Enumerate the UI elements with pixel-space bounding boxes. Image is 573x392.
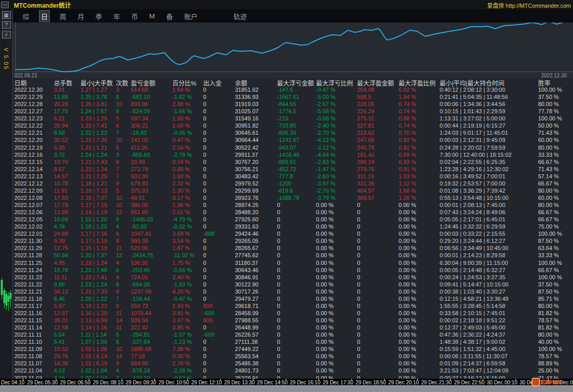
cell-balance: 29479.27 [235, 295, 259, 302]
table-row[interactable]: 2022.12.218.581.22 | 1.237-18.83-0.06 %0… [13, 129, 573, 136]
table-row[interactable]: 2022.11.115.641.11 | 1.145-284.81-1.07 %… [13, 331, 573, 338]
cell-max-float-loss-pct: 0.00 % [316, 295, 333, 302]
cell-max-float-loss-pct: 0.00 % [316, 360, 333, 367]
table-row[interactable]: 2022.12.0717.781.17 | 7.1510386.051.36 %… [13, 201, 573, 209]
table-row[interactable]: 2022.12.1210.781.18 | 1.219679.832.32 %0… [13, 180, 573, 187]
table-row[interactable]: 2022.12.196.051.21 | 1.215611.052.04 %03… [13, 144, 573, 151]
cell-max-float-loss: 0 [277, 353, 280, 360]
cell-count: 7 [116, 173, 119, 180]
cell-in-out: 0 [203, 100, 206, 108]
table-row[interactable]: 2022.11.2850.941.20 | 7.3712-3434.75-11.… [13, 252, 573, 259]
table-row[interactable]: 2022.11.037.191.02 | 1.047-132.10-0.52 %… [13, 375, 573, 379]
cell-balance: 28265.67 [235, 244, 259, 252]
cell-hold-times: 0:24:28 | 2:20:02 | 7:59:59 [440, 144, 505, 151]
check-icon[interactable]: √ [2, 31, 11, 38]
menu-item-4[interactable]: 月 [76, 11, 86, 22]
cell-win-rate: 100.00 % [538, 274, 562, 281]
bottom-scrollbar[interactable] [0, 385, 573, 392]
table-row[interactable]: 2022.12.0911.911.18 | 7.135375.931.30 %0… [13, 187, 573, 194]
menu-item-1[interactable]: 综 [21, 11, 31, 22]
menu-item-8[interactable]: M [148, 12, 156, 20]
minimize-icon[interactable]: — [1, 2, 9, 8]
table-row[interactable]: 2022.12.2030.521.21 | 7.3510142.020.47 %… [13, 136, 573, 143]
table-row[interactable]: 2022.11.044.131.02 | 1.044-578.18-2.28 %… [13, 367, 573, 374]
cell-max-float-loss-pct: -0.47 % [316, 86, 335, 93]
menu-item-11[interactable]: 轨迹 [232, 11, 248, 22]
table-row[interactable]: 2022.11.2419.781.23 | 7.486-203.45-0.66 … [13, 266, 573, 274]
table-row[interactable]: 2022.12.236.211.23 | 1.255597.341.93 %03… [13, 115, 573, 122]
table-row[interactable]: 2022.12.1314.571.21 | 7.297503.901.68 %0… [13, 173, 573, 180]
cell-count: 10 [116, 201, 122, 209]
cell-max-float-loss: -1774.5 [277, 108, 296, 115]
cell-balance: 29331.63 [235, 223, 259, 230]
cell-pnl: 386.05 [131, 201, 148, 209]
equity-chart[interactable]: 022.09.22 2022.12.30 [13, 23, 573, 78]
cell-max-float-profit-pct: 0.00 % [399, 274, 416, 281]
cell-balance: 29979.52 [235, 180, 259, 187]
menu-item-9[interactable]: 备 [165, 11, 174, 22]
table-row[interactable]: 2022.11.105.411.07 | 1.095-337.84-1.23 %… [13, 338, 573, 345]
cell-pct: -2.28 % [172, 367, 192, 374]
table-row[interactable]: 2022.11.0714.381.02 | 6.199684.652.76 %0… [13, 360, 573, 367]
cell-date: 2022.12.14 [14, 166, 43, 173]
cell-max-float-profit-pct: 0.00 % [399, 367, 416, 374]
grid-icon[interactable]: ▦ [2, 11, 11, 19]
cell-in-out: 0 [203, 375, 206, 379]
table-row[interactable]: 2022.11.188.461.20 | 1.227-139.44-0.47 %… [13, 295, 573, 302]
table-row[interactable]: 2022.11.1412.581.14 | 1.1611222.420.85 %… [13, 324, 573, 331]
cell-total-lots: 34.13 [54, 288, 68, 295]
menu-item-3[interactable]: 周 [58, 11, 68, 22]
menu-item-5[interactable]: 季 [94, 11, 104, 22]
time-axis[interactable]: Dec 04:1029 Dec 05:3029 Dec 06:5029 Dec … [0, 379, 573, 385]
cell-total-lots: 12.58 [54, 324, 68, 331]
table-row[interactable]: 2022.12.0124.881.17 | 7.1661047.413.69 %… [13, 230, 573, 237]
help-icon[interactable]: ? [2, 21, 11, 29]
menu-item-7[interactable]: 币 [130, 11, 140, 22]
table-row[interactable]: 2022.11.0829.761.02 | 6.141477.160.30 %0… [13, 353, 573, 360]
cell-pnl: 679.83 [131, 180, 148, 187]
table-row[interactable]: 2022.11.0910.521.02 | 1.08101885.687.38 … [13, 345, 573, 353]
menu-item-6[interactable]: 年 [112, 11, 122, 22]
cell-hold-times: 0:00:03 | 0:33:22 | 2:15:55 [440, 230, 505, 237]
site-link[interactable]: 复盘侠 http://MTCommander.com [487, 1, 571, 9]
table-row[interactable]: 2022.12.1519.761.21 | 7.43610.990.04 %03… [13, 158, 573, 166]
cell-win-rate: 78.57 % [538, 317, 559, 324]
table-row[interactable]: 2022.11.309.391.17 | 1.198999.383.54 %02… [13, 237, 573, 244]
table-row[interactable]: 2022.11.1539.311.13 | 6.9914939.563.47 %… [13, 317, 573, 324]
menu-item-10[interactable]: 账户 [183, 11, 199, 22]
table-row[interactable]: 2022.11.229.861.23 | 1.248-594.36-1.93 %… [13, 281, 573, 288]
table-row[interactable]: 2022.11.1612.971.16 | 1.20111070.443.91 … [13, 310, 573, 317]
table-row[interactable]: 2022.12.2913.891.25 | 3.788-582.10-1.82 … [13, 93, 573, 100]
cell-max-float-loss-pct: 0.00 % [316, 302, 333, 310]
table-row[interactable]: 2022.11.2912.751.15 | 1.1911520.051.87 %… [13, 244, 573, 252]
table-row[interactable]: 2022.11.175.971.18 | 1.225559.721.93 %60… [13, 302, 573, 310]
cell-max-float-loss: 0 [277, 324, 280, 331]
cell-count: 3 [116, 86, 119, 93]
table-row[interactable]: 2022.12.2820.281.26 | 3.8110893.962.88 %… [13, 100, 573, 108]
cell-min-max-lots: 1.17 | 1.19 [81, 237, 107, 244]
cell-date: 2022.11.15 [14, 317, 42, 324]
cell-in-out: 0 [203, 281, 206, 288]
cell-pnl: 272.79 [131, 166, 148, 173]
table-row[interactable]: 2022.11.254.951.23 | 1.244536.911.75 %03… [13, 259, 573, 266]
table-row[interactable]: 2022.12.0613.891.14 | 1.1912562.602.01 %… [13, 209, 573, 216]
cell-max-float-profit: 275.11 [357, 115, 374, 122]
table-row[interactable]: 2022.12.303.811.27 | 1.273514.691.64 %03… [13, 86, 573, 93]
cell-min-max-lots: 1.21 | 7.35 [81, 136, 107, 143]
table-row[interactable]: 2022.11.2311.111.23 | 7.414724.012.40 %0… [13, 274, 573, 281]
table-row[interactable]: 2022.12.0817.691.18 | 7.071049.510.17 %0… [13, 194, 573, 201]
table-row[interactable]: 2022.12.0510.691.15 | 1.209-1406.03-4.79… [13, 216, 573, 223]
table-row[interactable]: 2022.12.2717.701.24 | 7.679-524.09-1.66 … [13, 108, 573, 115]
cell-max-float-loss-pct: 0.00 % [316, 317, 333, 324]
cell-count: 4 [116, 274, 119, 281]
table-row[interactable]: 2022.12.148.671.23 | 1.247272.790.89 %03… [13, 166, 573, 173]
cell-pct: -4.79 % [172, 216, 192, 223]
table-row[interactable]: 2022.12.2225.941.23 | 7.416306.211.00 %0… [13, 122, 573, 129]
cell-count: 10 [116, 345, 122, 353]
cell-max-float-loss-pct: 0.00 % [316, 375, 333, 379]
table-row[interactable]: 2022.11.2134.131.21 | 7.3381237.994.20 %… [13, 288, 573, 295]
table-row[interactable]: 2022.12.163.721.24 | 1.243-855.83-2.78 %… [13, 151, 573, 158]
menu-item-2[interactable]: 日 [39, 10, 50, 22]
cell-max-float-profit-pct: 0.59 % [399, 151, 416, 158]
table-row[interactable]: 2022.12.024.761.18 | 1.204-92.83-0.32 %0… [13, 223, 573, 230]
